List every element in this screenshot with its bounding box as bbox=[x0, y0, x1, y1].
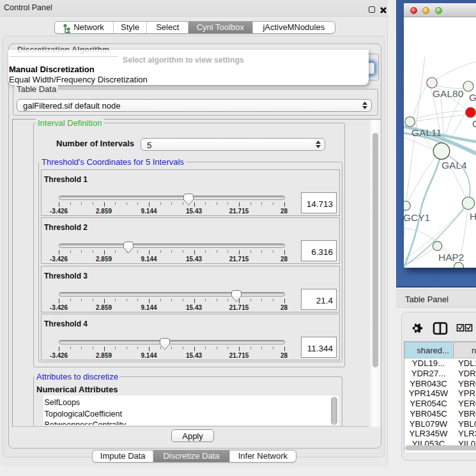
svg-text:G: G bbox=[472, 118, 476, 129]
svg-text:GAL11: GAL11 bbox=[411, 127, 441, 138]
svg-text:GAL4: GAL4 bbox=[441, 160, 467, 171]
svg-text:HAP2: HAP2 bbox=[438, 252, 464, 263]
svg-text:GAL80: GAL80 bbox=[433, 88, 464, 99]
svg-text:H: H bbox=[470, 211, 476, 222]
svg-text:G: G bbox=[469, 92, 476, 103]
svg-text:GCY1: GCY1 bbox=[404, 212, 430, 223]
